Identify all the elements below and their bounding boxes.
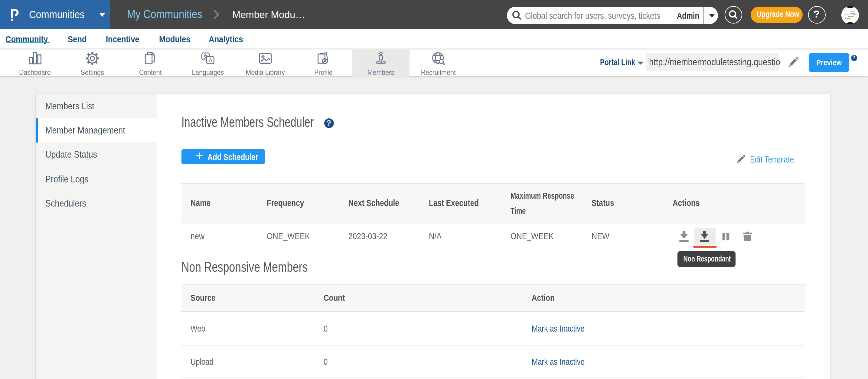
svg-text:A: A xyxy=(208,57,212,63)
